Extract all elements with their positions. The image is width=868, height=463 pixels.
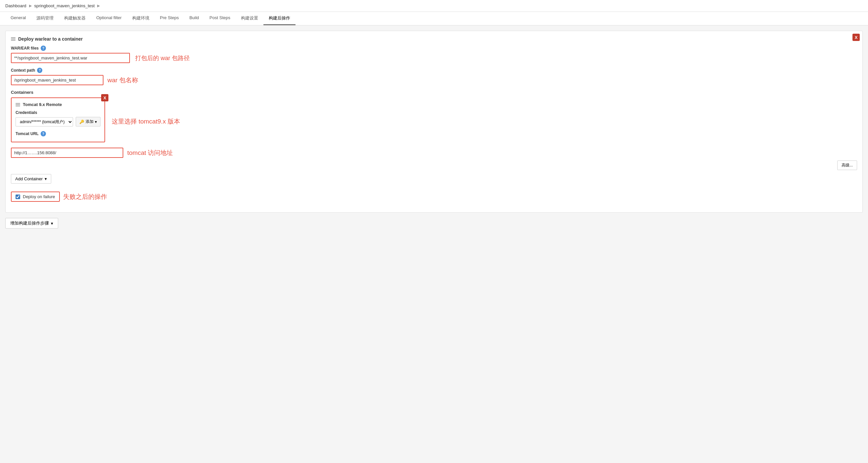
war-field-group: WAR/EAR files ? 打包后的 war 包路径 <box>11 45 857 63</box>
deploy-war-section: X Deploy war/ear to a container WAR/EAR … <box>5 31 863 213</box>
tab-post-steps[interactable]: Post Steps <box>204 12 236 25</box>
container-close-button[interactable]: X <box>101 94 108 101</box>
containers-label: Containers <box>11 90 857 95</box>
war-input[interactable] <box>11 53 130 63</box>
add-post-dropdown-icon: ▾ <box>51 221 53 226</box>
section-close-button[interactable]: X <box>852 34 860 41</box>
war-help-icon[interactable]: ? <box>41 45 46 51</box>
section-title-text: Deploy war/ear to a container <box>18 36 83 42</box>
breadcrumb: Dashboard ▶ springboot_maven_jenkins_tes… <box>5 3 100 8</box>
drag-handle <box>11 37 16 41</box>
war-annotation: 打包后的 war 包路径 <box>135 54 190 62</box>
deploy-failure-box: Deploy on failure <box>11 192 60 202</box>
key-icon: 🔑 <box>79 120 84 124</box>
deploy-failure-label: Deploy on failure <box>23 194 55 199</box>
tab-trigger[interactable]: 构建触发器 <box>59 12 91 25</box>
container-card: X Tomcat 9.x Remote Credentials admin/**… <box>11 97 105 142</box>
container-drag-handle <box>16 103 20 106</box>
credentials-select[interactable]: admin/****** (tomcat用户) <box>16 117 73 127</box>
context-input[interactable] <box>11 75 103 85</box>
tomcat-url-input[interactable] <box>11 147 123 158</box>
container-row: X Tomcat 9.x Remote Credentials admin/**… <box>11 97 857 145</box>
advanced-row: 高级... <box>11 161 857 170</box>
tab-pre-steps[interactable]: Pre Steps <box>155 12 184 25</box>
war-input-row: 打包后的 war 包路径 <box>11 53 857 63</box>
tomcat-url-label: Tomcat URL ? <box>16 131 100 136</box>
tab-post-actions[interactable]: 构建后操作 <box>264 12 296 25</box>
url-row: tomcat 访问地址 <box>11 147 857 158</box>
tomcat-url-annotation: tomcat 访问地址 <box>127 148 173 157</box>
breadcrumb-arrow1: ▶ <box>29 4 32 8</box>
add-container-dropdown-icon: ▾ <box>44 176 47 181</box>
context-annotation: war 包名称 <box>107 76 138 85</box>
deploy-failure-row: Deploy on failure 失败之后的操作 <box>11 192 857 202</box>
tab-build[interactable]: Build <box>184 12 204 25</box>
add-post-build-row: 增加构建后操作步骤 ▾ <box>5 218 863 229</box>
add-post-build-button[interactable]: 增加构建后操作步骤 ▾ <box>5 218 58 229</box>
context-label: Context path ? <box>11 68 857 73</box>
deploy-failure-checkbox[interactable] <box>16 195 20 199</box>
main-content: X Deploy war/ear to a container WAR/EAR … <box>0 26 868 323</box>
context-help-icon[interactable]: ? <box>37 68 42 73</box>
war-label: WAR/EAR files ? <box>11 45 857 51</box>
add-container-row: Add Container ▾ <box>11 174 857 188</box>
tab-source[interactable]: 源码管理 <box>31 12 59 25</box>
context-field-group: Context path ? war 包名称 <box>11 68 857 85</box>
section-title: Deploy war/ear to a container <box>11 36 857 42</box>
dropdown-arrow: ▾ <box>95 120 97 124</box>
container-card-title: Tomcat 9.x Remote <box>16 102 100 107</box>
credentials-label: Credentials <box>16 110 100 115</box>
add-container-button[interactable]: Add Container ▾ <box>11 174 51 184</box>
tab-build-settings[interactable]: 构建设置 <box>236 12 264 25</box>
project-name[interactable]: springboot_maven_jenkins_test <box>34 3 95 8</box>
topbar: Dashboard ▶ springboot_maven_jenkins_tes… <box>0 0 868 12</box>
credentials-group: Credentials admin/****** (tomcat用户) 🔑 添加… <box>16 110 100 127</box>
failure-annotation: 失败之后的操作 <box>63 193 107 201</box>
advanced-button[interactable]: 高级... <box>837 161 857 170</box>
tomcat-url-help-icon[interactable]: ? <box>41 131 46 136</box>
context-input-row: war 包名称 <box>11 75 857 85</box>
dashboard-link[interactable]: Dashboard <box>5 3 26 8</box>
container-annotation: 这里选择 tomcat9.x 版本 <box>112 117 180 126</box>
tab-build-env[interactable]: 构建环境 <box>127 12 155 25</box>
tab-general[interactable]: General <box>5 12 31 25</box>
breadcrumb-arrow2: ▶ <box>97 4 100 8</box>
tab-optional-filter[interactable]: Optional filter <box>91 12 127 25</box>
credentials-row: admin/****** (tomcat用户) 🔑 添加 ▾ <box>16 117 100 127</box>
tabs-bar: General 源码管理 构建触发器 Optional filter 构建环境 … <box>0 12 868 26</box>
add-credentials-button[interactable]: 🔑 添加 ▾ <box>76 117 100 127</box>
